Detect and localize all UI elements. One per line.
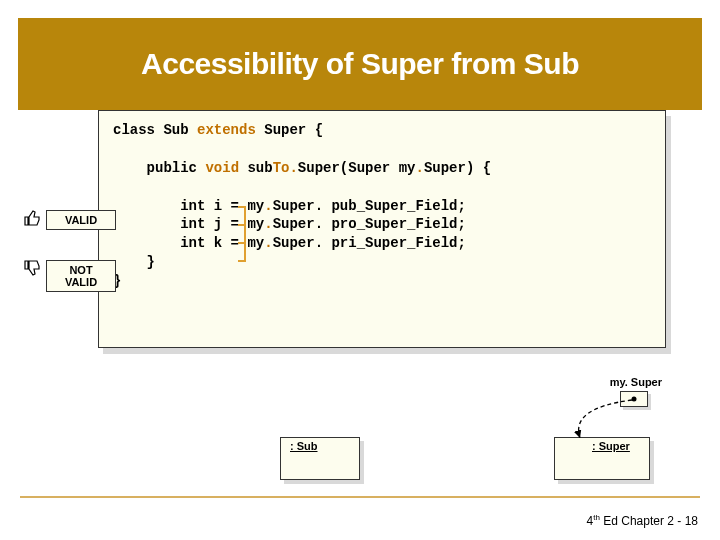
c5a: int k = my — [113, 235, 264, 251]
mysuper-label: my. Super — [610, 376, 662, 388]
c2g: Super) { — [424, 160, 491, 176]
divider — [20, 496, 700, 498]
c1a: class Sub — [113, 122, 197, 138]
code-box: class Sub extends Super { public void su… — [98, 110, 666, 348]
notvalid-badge: NOT VALID — [46, 260, 116, 292]
c2e: Super(Super my — [298, 160, 416, 176]
c2d: To. — [273, 160, 298, 176]
dot-icon — [629, 394, 639, 404]
c3b: . — [264, 198, 272, 214]
c1c: Super { — [256, 122, 323, 138]
svg-point-0 — [632, 397, 637, 402]
anchor-box — [620, 391, 648, 407]
footer: 4th Ed Chapter 2 - 18 — [587, 513, 698, 528]
c3c: Super. pub_Super_Field; — [273, 198, 466, 214]
c6: } — [113, 254, 155, 270]
kw-extends: extends — [197, 122, 256, 138]
c4a: int j = my — [113, 216, 264, 232]
title-band: Accessibility of Super from Sub — [18, 18, 702, 110]
c2a: public — [113, 160, 205, 176]
c5b: . — [264, 235, 272, 251]
c4b: . — [264, 216, 272, 232]
slide-title: Accessibility of Super from Sub — [141, 47, 579, 81]
valid-badge: VALID — [46, 210, 116, 230]
c2f: . — [415, 160, 423, 176]
super-label: : Super — [592, 440, 630, 452]
c4c: Super. pro_Super_Field; — [273, 216, 466, 232]
thumbs-down-icon — [22, 258, 42, 283]
thumbs-up-icon — [22, 208, 42, 233]
kw-void: void — [205, 160, 239, 176]
footer-rest: Ed Chapter 2 - 18 — [600, 514, 698, 528]
c5c: Super. pri_Super_Field; — [273, 235, 466, 251]
c2c: sub — [239, 160, 273, 176]
footer-ord: th — [593, 513, 600, 522]
c3a: int i = my — [113, 198, 264, 214]
sub-label: : Sub — [290, 440, 318, 452]
